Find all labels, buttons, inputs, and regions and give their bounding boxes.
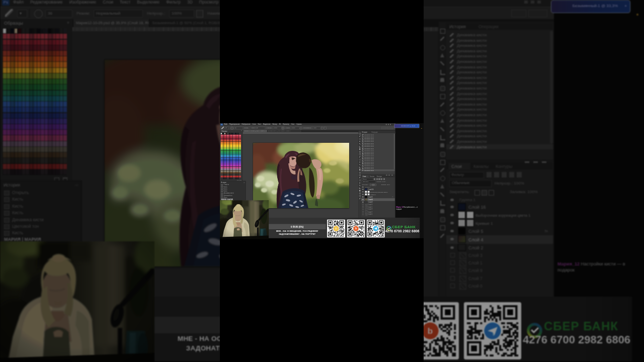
svg-text:D: D: [335, 227, 337, 230]
svg-text:b: b: [428, 326, 433, 336]
